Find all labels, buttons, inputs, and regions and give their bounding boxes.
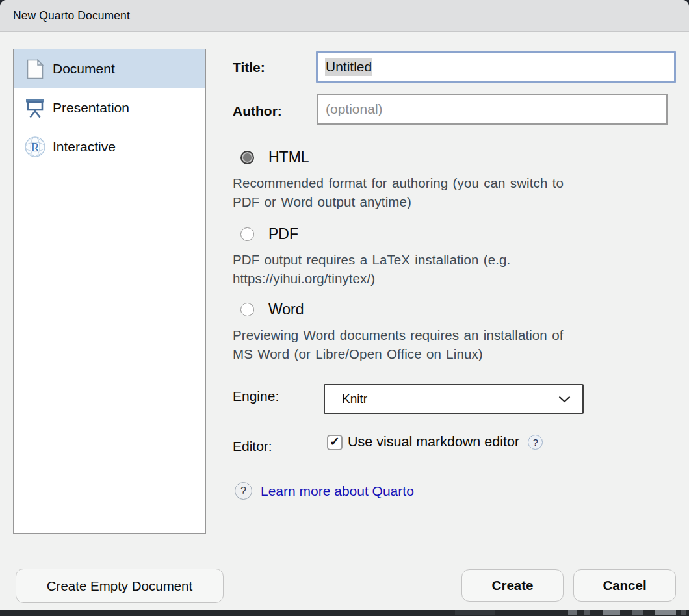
author-label: Author:	[233, 103, 282, 119]
learn-more-link[interactable]: Learn more about Quarto	[261, 483, 414, 499]
presentation-icon	[23, 96, 47, 120]
editor-row: ✓ Use visual markdown editor ?	[327, 434, 543, 450]
sidebar-item-label: Interactive	[53, 139, 116, 155]
visual-editor-checkbox-label[interactable]: Use visual markdown editor	[348, 434, 519, 450]
sidebar-item-label: Presentation	[53, 100, 129, 116]
title-label: Title:	[233, 60, 265, 75]
learn-more-row: ? Learn more about Quarto	[235, 482, 414, 500]
svg-text:R: R	[31, 140, 40, 154]
check-icon: ✓	[330, 435, 340, 448]
dialog-titlebar: New Quarto Document	[0, 0, 689, 32]
radio-html-label: HTML	[268, 149, 309, 166]
radio-html[interactable]	[240, 151, 254, 164]
pdf-description: PDF output requires a LaTeX installation…	[233, 251, 681, 288]
sidebar-item-document[interactable]: Document	[14, 49, 205, 88]
chevron-down-icon	[558, 396, 571, 403]
radio-word-label: Word	[268, 301, 304, 318]
document-icon	[23, 57, 47, 81]
radio-pdf-label: PDF	[268, 225, 298, 243]
editor-label: Editor:	[233, 439, 272, 454]
document-type-list: Document Presentation	[13, 49, 206, 534]
new-quarto-document-dialog: New Quarto Document Document	[0, 0, 689, 610]
title-input-value: Untitled	[325, 58, 372, 76]
editor-help-icon[interactable]: ?	[528, 435, 543, 450]
author-input[interactable]	[317, 94, 668, 125]
word-description: Previewing Word documents requires an in…	[233, 326, 681, 363]
sidebar-item-interactive[interactable]: R Interactive	[14, 127, 205, 166]
visual-editor-checkbox[interactable]: ✓	[327, 435, 343, 450]
sidebar-item-presentation[interactable]: Presentation	[14, 88, 205, 127]
background-window-strip	[0, 610, 689, 616]
engine-selected-value: Knitr	[325, 392, 558, 406]
quarto-help-icon[interactable]: ?	[235, 482, 252, 500]
radio-word[interactable]	[240, 303, 254, 316]
r-logo-icon: R	[23, 135, 47, 159]
dialog-title: New Quarto Document	[0, 9, 130, 23]
engine-dropdown[interactable]: Knitr	[324, 384, 584, 414]
cancel-button[interactable]: Cancel	[573, 569, 676, 602]
create-button[interactable]: Create	[462, 569, 564, 602]
create-empty-document-button[interactable]: Create Empty Document	[16, 569, 224, 603]
radio-pdf[interactable]	[240, 227, 254, 241]
sidebar-item-label: Document	[53, 61, 115, 77]
html-description: Recommended format for authoring (you ca…	[233, 174, 681, 211]
screen-background: New Quarto Document Document	[0, 0, 689, 616]
engine-label: Engine:	[233, 389, 279, 404]
title-input[interactable]: Untitled	[316, 51, 676, 83]
